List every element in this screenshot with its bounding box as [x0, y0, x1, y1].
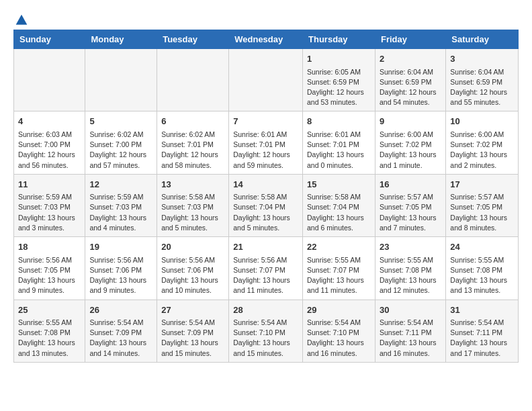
- day-info: Sunrise: 5:57 AM Sunset: 7:05 PM Dayligh…: [380, 192, 441, 233]
- page-header: [13, 13, 519, 23]
- calendar-cell: 17Sunrise: 5:57 AM Sunset: 7:05 PM Dayli…: [446, 174, 519, 236]
- day-header-friday: Friday: [375, 30, 445, 49]
- calendar-cell: 6Sunrise: 6:02 AM Sunset: 7:01 PM Daylig…: [157, 111, 229, 174]
- day-info: Sunrise: 5:58 AM Sunset: 7:03 PM Dayligh…: [161, 192, 224, 233]
- day-header-wednesday: Wednesday: [229, 30, 303, 49]
- day-info: Sunrise: 5:55 AM Sunset: 7:08 PM Dayligh…: [380, 255, 441, 296]
- calendar-week-1: 1Sunrise: 6:05 AM Sunset: 6:59 PM Daylig…: [14, 49, 519, 111]
- day-number: 7: [233, 115, 298, 128]
- day-number: 23: [380, 240, 441, 254]
- day-number: 29: [307, 304, 371, 317]
- calendar-cell: 26Sunrise: 5:54 AM Sunset: 7:09 PM Dayli…: [85, 300, 157, 362]
- day-info: Sunrise: 5:54 AM Sunset: 7:10 PM Dayligh…: [233, 318, 298, 359]
- calendar-cell: 27Sunrise: 5:54 AM Sunset: 7:09 PM Dayli…: [157, 300, 229, 362]
- calendar-cell: 20Sunrise: 5:56 AM Sunset: 7:06 PM Dayli…: [157, 237, 229, 300]
- calendar-cell: 3Sunrise: 6:04 AM Sunset: 6:59 PM Daylig…: [446, 49, 519, 111]
- calendar-cell: 25Sunrise: 5:55 AM Sunset: 7:08 PM Dayli…: [14, 300, 85, 362]
- day-info: Sunrise: 6:05 AM Sunset: 6:59 PM Dayligh…: [307, 67, 371, 108]
- calendar-table: SundayMondayTuesdayWednesdayThursdayFrid…: [13, 30, 519, 363]
- day-info: Sunrise: 5:54 AM Sunset: 7:11 PM Dayligh…: [450, 318, 514, 359]
- day-number: 8: [307, 115, 371, 128]
- calendar-cell: 29Sunrise: 5:54 AM Sunset: 7:10 PM Dayli…: [303, 300, 375, 362]
- calendar-week-2: 4Sunrise: 6:03 AM Sunset: 7:00 PM Daylig…: [14, 111, 519, 174]
- day-info: Sunrise: 5:56 AM Sunset: 7:05 PM Dayligh…: [18, 255, 81, 296]
- day-number: 5: [89, 115, 152, 128]
- day-info: Sunrise: 5:54 AM Sunset: 7:10 PM Dayligh…: [307, 318, 371, 359]
- day-info: Sunrise: 5:54 AM Sunset: 7:09 PM Dayligh…: [89, 318, 152, 359]
- day-info: Sunrise: 5:56 AM Sunset: 7:07 PM Dayligh…: [233, 255, 298, 296]
- calendar-cell: 21Sunrise: 5:56 AM Sunset: 7:07 PM Dayli…: [229, 237, 303, 300]
- day-number: 17: [450, 178, 514, 191]
- day-number: 1: [307, 52, 371, 66]
- day-header-saturday: Saturday: [446, 30, 519, 49]
- day-info: Sunrise: 6:03 AM Sunset: 7:00 PM Dayligh…: [18, 130, 81, 171]
- calendar-cell: 19Sunrise: 5:56 AM Sunset: 7:06 PM Dayli…: [85, 237, 157, 300]
- day-info: Sunrise: 6:04 AM Sunset: 6:59 PM Dayligh…: [450, 67, 514, 108]
- day-info: Sunrise: 6:02 AM Sunset: 7:00 PM Dayligh…: [89, 130, 152, 171]
- logo: [13, 13, 28, 23]
- calendar-cell: 11Sunrise: 5:59 AM Sunset: 7:03 PM Dayli…: [14, 174, 85, 236]
- day-number: 30: [380, 304, 441, 317]
- day-info: Sunrise: 5:55 AM Sunset: 7:08 PM Dayligh…: [450, 255, 514, 296]
- calendar-header-row: SundayMondayTuesdayWednesdayThursdayFrid…: [14, 30, 519, 49]
- day-number: 4: [18, 115, 81, 128]
- calendar-cell: 24Sunrise: 5:55 AM Sunset: 7:08 PM Dayli…: [446, 237, 519, 300]
- day-info: Sunrise: 5:55 AM Sunset: 7:07 PM Dayligh…: [307, 255, 371, 296]
- day-info: Sunrise: 6:00 AM Sunset: 7:02 PM Dayligh…: [450, 130, 514, 171]
- calendar-week-3: 11Sunrise: 5:59 AM Sunset: 7:03 PM Dayli…: [14, 174, 519, 236]
- calendar-cell: 14Sunrise: 5:58 AM Sunset: 7:04 PM Dayli…: [229, 174, 303, 236]
- calendar-cell: 7Sunrise: 6:01 AM Sunset: 7:01 PM Daylig…: [229, 111, 303, 174]
- day-number: 27: [161, 304, 224, 317]
- calendar-cell: 10Sunrise: 6:00 AM Sunset: 7:02 PM Dayli…: [446, 111, 519, 174]
- logo-icon: [15, 13, 28, 27]
- day-number: 9: [380, 115, 441, 128]
- day-info: Sunrise: 5:59 AM Sunset: 7:03 PM Dayligh…: [89, 192, 152, 233]
- day-info: Sunrise: 5:59 AM Sunset: 7:03 PM Dayligh…: [18, 192, 81, 233]
- calendar-cell: 5Sunrise: 6:02 AM Sunset: 7:00 PM Daylig…: [85, 111, 157, 174]
- day-info: Sunrise: 6:01 AM Sunset: 7:01 PM Dayligh…: [307, 130, 371, 171]
- calendar-cell: 22Sunrise: 5:55 AM Sunset: 7:07 PM Dayli…: [303, 237, 375, 300]
- calendar-cell: [229, 49, 303, 111]
- svg-marker-0: [16, 15, 28, 25]
- day-info: Sunrise: 5:58 AM Sunset: 7:04 PM Dayligh…: [233, 192, 298, 233]
- calendar-cell: [157, 49, 229, 111]
- day-info: Sunrise: 5:54 AM Sunset: 7:09 PM Dayligh…: [161, 318, 224, 359]
- calendar-cell: 18Sunrise: 5:56 AM Sunset: 7:05 PM Dayli…: [14, 237, 85, 300]
- calendar-cell: 28Sunrise: 5:54 AM Sunset: 7:10 PM Dayli…: [229, 300, 303, 362]
- day-info: Sunrise: 5:55 AM Sunset: 7:08 PM Dayligh…: [18, 318, 81, 359]
- day-info: Sunrise: 5:56 AM Sunset: 7:06 PM Dayligh…: [89, 255, 152, 296]
- day-info: Sunrise: 5:57 AM Sunset: 7:05 PM Dayligh…: [450, 192, 514, 233]
- day-header-thursday: Thursday: [303, 30, 375, 49]
- day-number: 10: [450, 115, 514, 128]
- day-info: Sunrise: 6:04 AM Sunset: 6:59 PM Dayligh…: [380, 67, 441, 108]
- day-number: 22: [307, 240, 371, 254]
- day-number: 31: [450, 304, 514, 317]
- day-header-tuesday: Tuesday: [157, 30, 229, 49]
- calendar-cell: 30Sunrise: 5:54 AM Sunset: 7:11 PM Dayli…: [375, 300, 445, 362]
- calendar-body: 1Sunrise: 6:05 AM Sunset: 6:59 PM Daylig…: [14, 49, 519, 363]
- calendar-cell: 4Sunrise: 6:03 AM Sunset: 7:00 PM Daylig…: [14, 111, 85, 174]
- day-number: 14: [233, 178, 298, 191]
- day-number: 15: [307, 178, 371, 191]
- day-number: 6: [161, 115, 224, 128]
- day-info: Sunrise: 5:58 AM Sunset: 7:04 PM Dayligh…: [307, 192, 371, 233]
- day-info: Sunrise: 5:54 AM Sunset: 7:11 PM Dayligh…: [380, 318, 441, 359]
- calendar-cell: 1Sunrise: 6:05 AM Sunset: 6:59 PM Daylig…: [303, 49, 375, 111]
- calendar-cell: 23Sunrise: 5:55 AM Sunset: 7:08 PM Dayli…: [375, 237, 445, 300]
- day-number: 24: [450, 240, 514, 254]
- day-number: 3: [450, 52, 514, 66]
- day-number: 20: [161, 240, 224, 254]
- day-number: 16: [380, 178, 441, 191]
- day-number: 12: [89, 178, 152, 191]
- calendar-cell: 8Sunrise: 6:01 AM Sunset: 7:01 PM Daylig…: [303, 111, 375, 174]
- day-info: Sunrise: 6:01 AM Sunset: 7:01 PM Dayligh…: [233, 130, 298, 171]
- day-info: Sunrise: 6:00 AM Sunset: 7:02 PM Dayligh…: [380, 130, 441, 171]
- calendar-cell: [85, 49, 157, 111]
- day-header-monday: Monday: [85, 30, 157, 49]
- calendar-cell: 31Sunrise: 5:54 AM Sunset: 7:11 PM Dayli…: [446, 300, 519, 362]
- calendar-cell: 16Sunrise: 5:57 AM Sunset: 7:05 PM Dayli…: [375, 174, 445, 236]
- day-number: 19: [89, 240, 152, 254]
- day-info: Sunrise: 5:56 AM Sunset: 7:06 PM Dayligh…: [161, 255, 224, 296]
- day-number: 13: [161, 178, 224, 191]
- calendar-cell: 15Sunrise: 5:58 AM Sunset: 7:04 PM Dayli…: [303, 174, 375, 236]
